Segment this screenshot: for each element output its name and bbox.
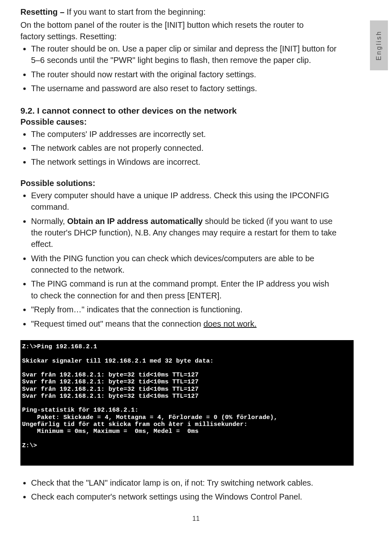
list-item: The computers' IP addresses are incorrec…	[31, 128, 337, 140]
language-tab: English	[370, 20, 388, 70]
resetting-heading-rest: If you want to start from the beginning:	[67, 7, 205, 16]
text-fragment: "Request timed out" means that the conne…	[31, 319, 203, 328]
list-item: The router should be on. Use a paper cli…	[31, 43, 337, 66]
list-item: "Reply from…" indicates that the connect…	[31, 304, 337, 315]
terminal-output: Z:\>Ping 192.168.2.1 Skickar signaler ti…	[20, 340, 354, 466]
list-item: "Request timed out" means that the conne…	[31, 318, 337, 329]
list-item: Normally, Obtain an IP address automatic…	[31, 215, 337, 250]
section-heading: 9.2. I cannot connect to other devices o…	[20, 106, 372, 116]
text-fragment-bold: Obtain an IP address automatically	[67, 217, 203, 226]
resetting-heading: Resetting – If you want to start from th…	[20, 7, 372, 17]
resetting-steps-list: The router should be on. Use a paper cli…	[20, 43, 337, 94]
post-terminal-list: Check that the "LAN" indicator lamp is o…	[20, 477, 337, 503]
list-item: Every computer should have a unique IP a…	[31, 190, 337, 213]
page-number: 11	[20, 515, 372, 522]
possible-causes-label: Possible causes:	[20, 117, 372, 127]
list-item: The username and password are also reset…	[31, 83, 337, 94]
resetting-intro-text: On the bottom panel of the router is the…	[20, 19, 314, 42]
list-item: Check that the "LAN" indicator lamp is o…	[31, 477, 337, 488]
text-fragment: Normally,	[31, 217, 67, 226]
text-fragment-underline: does not work.	[203, 319, 256, 328]
list-item: The PING command is run at the command p…	[31, 278, 337, 301]
list-item: The network cables are not properly conn…	[31, 142, 337, 154]
list-item: The network settings in Windows are inco…	[31, 156, 337, 168]
list-item: The router should now restart with the o…	[31, 69, 337, 80]
possible-solutions-label: Possible solutions:	[20, 179, 372, 188]
language-tab-label: English	[375, 30, 383, 60]
list-item: With the PING function you can check whi…	[31, 253, 337, 276]
resetting-heading-bold: Resetting –	[20, 7, 67, 16]
possible-causes-list: The computers' IP addresses are incorrec…	[20, 128, 337, 168]
list-item: Check each computer's network settings u…	[31, 491, 337, 502]
possible-solutions-list: Every computer should have a unique IP a…	[20, 190, 337, 329]
